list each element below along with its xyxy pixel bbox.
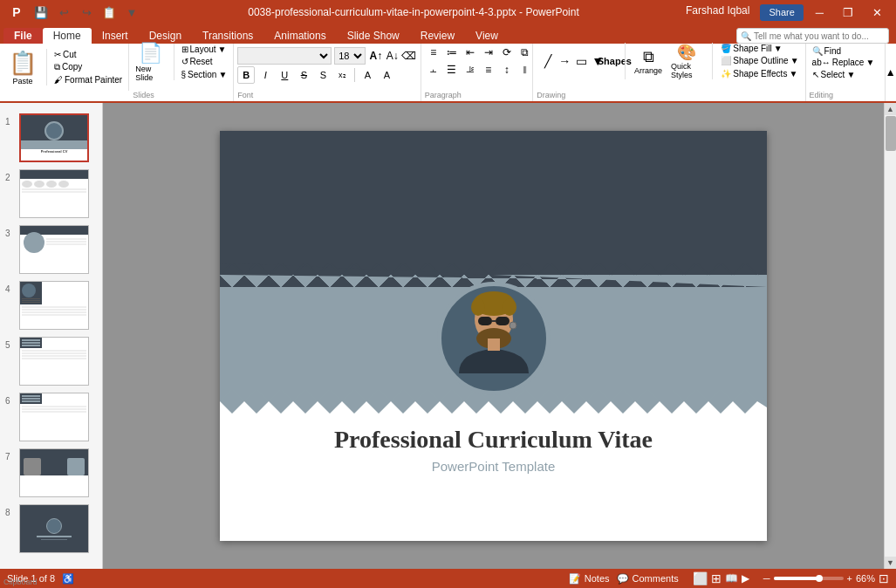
subscript-button[interactable]: x₂ xyxy=(333,66,351,84)
comments-button[interactable]: 💬 Comments xyxy=(617,573,679,585)
select-button[interactable]: ↖ Select▼ xyxy=(810,69,881,80)
text-highlight-button[interactable]: A xyxy=(378,66,395,84)
tab-animations[interactable]: Animations xyxy=(263,28,336,44)
bullets-button[interactable]: ≡ xyxy=(425,44,442,60)
shape-effects-label: Shape Effects xyxy=(733,69,787,79)
copy-label: Copy xyxy=(62,62,82,72)
reset-button[interactable]: ↺ Reset xyxy=(179,56,230,68)
status-right: 📝 Notes 💬 Comments ⬜ ⊞ 📖 ▶ ─ + 66% ⊡ xyxy=(569,571,889,585)
section-icon: § xyxy=(181,70,187,79)
slide-sorter-btn[interactable]: ⊞ xyxy=(711,571,722,585)
shape-outline-button[interactable]: ⬜ Shape Outline▼ xyxy=(718,55,801,67)
slideshow-btn[interactable]: ▶ xyxy=(742,572,749,585)
align-center-btn[interactable]: ☰ xyxy=(443,62,461,78)
notes-button[interactable]: 📝 Notes xyxy=(569,573,610,585)
slide-thumb-5[interactable]: 5 xyxy=(0,333,102,389)
share-button[interactable]: Share xyxy=(760,4,803,21)
format-painter-button[interactable]: 🖌 Format Painter xyxy=(51,74,125,86)
comments-label: Comments xyxy=(633,573,679,584)
find-button[interactable]: 🔍 Find xyxy=(810,45,881,57)
slide-thumb-2[interactable]: 2 xyxy=(0,166,102,222)
replace-button[interactable]: ab↔ Replace▼ xyxy=(810,57,881,68)
zoom-slider[interactable] xyxy=(774,577,844,580)
line-spacing-btn[interactable]: ↕ xyxy=(498,62,516,78)
scroll-thumb[interactable] xyxy=(886,116,896,151)
quick-styles-button[interactable]: 🎨 Quick Styles xyxy=(668,41,706,81)
decrease-indent-btn[interactable]: ⇤ xyxy=(462,44,479,60)
shape-effects-button[interactable]: ✨ Shape Effects▼ xyxy=(718,68,801,80)
new-slide-button[interactable]: 📄 New Slide xyxy=(133,40,169,84)
slide-thumb-7[interactable]: 7 xyxy=(0,445,102,501)
svg-point-3 xyxy=(471,298,485,316)
fit-slide-btn[interactable]: ⊡ xyxy=(879,571,889,585)
copy-button[interactable]: ⧉ Copy xyxy=(51,61,125,73)
redo-btn[interactable]: ↪ xyxy=(77,3,96,22)
font-color-button[interactable]: A xyxy=(359,66,376,84)
svg-rect-9 xyxy=(488,338,500,351)
scroll-up-btn[interactable]: ▲ xyxy=(885,103,897,115)
section-button[interactable]: § Section▼ xyxy=(179,69,230,81)
powerpoint-logo[interactable]: P xyxy=(7,3,26,22)
text-direction-btn[interactable]: ⟳ xyxy=(498,44,516,60)
shapes-button[interactable]: Shapes xyxy=(603,50,626,72)
tab-insert[interactable]: Insert xyxy=(92,28,139,44)
qa-dropdown-btn[interactable]: ▼ xyxy=(122,3,141,22)
minimize-button[interactable]: ─ xyxy=(809,4,831,21)
tab-review[interactable]: Review xyxy=(410,28,465,44)
ribbon-collapse-btn[interactable]: ▲ xyxy=(885,44,896,101)
save-btn[interactable]: 💾 xyxy=(31,3,51,22)
slide-thumb-3[interactable]: 3 xyxy=(0,222,102,277)
normal-view-btn[interactable]: ⬜ xyxy=(693,571,708,585)
slide-thumb-4[interactable]: 4 xyxy=(0,277,102,333)
search-input[interactable] xyxy=(754,31,885,41)
zoom-out-btn[interactable]: ─ xyxy=(763,573,770,584)
decrease-font-btn[interactable]: A↓ xyxy=(385,48,400,64)
increase-indent-btn[interactable]: ⇥ xyxy=(480,44,497,60)
italic-button[interactable]: I xyxy=(256,66,274,84)
layout-button[interactable]: ⊞ Layout▼ xyxy=(179,43,230,55)
font-family-select[interactable] xyxy=(237,47,332,65)
cut-button[interactable]: ✂ Cut xyxy=(51,48,125,60)
justify-btn[interactable]: ≡ xyxy=(480,62,497,78)
scroll-down-btn[interactable]: ▼ xyxy=(885,557,897,569)
svg-rect-6 xyxy=(478,317,492,325)
paste-button[interactable]: 📋 Paste xyxy=(3,48,42,86)
undo-btn[interactable]: ↩ xyxy=(54,3,73,22)
slide-num-7: 7 xyxy=(5,452,16,462)
notes-label: Notes xyxy=(585,573,610,584)
convert-smartart-btn[interactable]: ⧉ xyxy=(516,44,534,60)
restore-button[interactable]: ❐ xyxy=(836,4,860,21)
accessibility-icon[interactable]: ♿ xyxy=(62,573,74,585)
slide-preview-3 xyxy=(19,225,89,274)
svg-point-10 xyxy=(510,322,516,329)
text-shadow-button[interactable]: S xyxy=(314,66,332,84)
increase-font-btn[interactable]: A↑ xyxy=(368,48,384,64)
clear-format-btn[interactable]: ⌫ xyxy=(401,48,417,64)
strikethrough-button[interactable]: S xyxy=(295,66,312,84)
slide-num-1: 1 xyxy=(5,117,16,126)
tab-file[interactable]: File xyxy=(3,28,43,44)
shape-fill-button[interactable]: 🪣 Shape Fill▼ xyxy=(718,42,801,54)
tab-slideshow[interactable]: Slide Show xyxy=(337,28,410,44)
tab-transitions[interactable]: Transitions xyxy=(192,28,263,44)
numbering-button[interactable]: ≔ xyxy=(443,44,461,60)
font-size-select[interactable]: 18 xyxy=(334,47,366,65)
arrange-button[interactable]: ⧉ Arrange xyxy=(632,46,665,77)
slide-thumb-6[interactable]: 6 xyxy=(0,389,102,445)
slide-preview-8 xyxy=(19,504,89,553)
tab-view[interactable]: View xyxy=(465,28,509,44)
align-right-btn[interactable]: ⫡ xyxy=(462,62,479,78)
align-left-btn[interactable]: ⫠ xyxy=(425,62,442,78)
underline-button[interactable]: U xyxy=(276,66,293,84)
reading-view-btn[interactable]: 📖 xyxy=(725,572,738,585)
columns-btn[interactable]: ⦀ xyxy=(516,62,534,78)
slide-thumb-8[interactable]: 8 xyxy=(0,501,102,557)
customize-qa-btn[interactable]: 📋 xyxy=(99,3,119,22)
slide-thumb-1[interactable]: 1 Professional CV xyxy=(0,110,102,166)
arrange-label: Arrange xyxy=(634,66,662,75)
close-button[interactable]: ✕ xyxy=(865,4,889,21)
slide-canvas[interactable]: Professional Curriculum Vitae PowerPoint… xyxy=(220,131,767,541)
tab-home[interactable]: Home xyxy=(43,28,92,44)
bold-button[interactable]: B xyxy=(237,66,255,84)
zoom-in-btn[interactable]: + xyxy=(847,573,852,584)
